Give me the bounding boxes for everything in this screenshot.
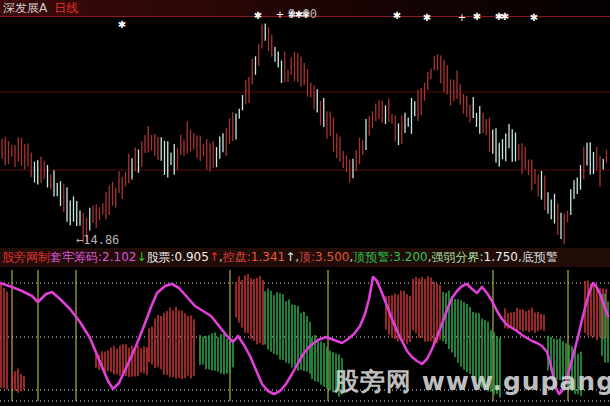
readout-segment: ↓ — [136, 248, 146, 267]
readout-segment: 股票: — [146, 248, 174, 267]
sell-marker-icon: ✱ — [423, 13, 431, 23]
readout-segment: 强弱分界: — [432, 248, 484, 267]
readout-segment: 1.341 — [251, 248, 285, 267]
price-and-indicator-chart[interactable] — [0, 0, 610, 406]
sell-marker-icon: ✱ — [501, 12, 509, 22]
sell-marker-icon: + — [276, 10, 284, 20]
sell-marker-icon: + — [458, 13, 466, 23]
low-annotation: ←14.86 — [76, 234, 119, 246]
readout-segment: 顶预警: — [353, 248, 393, 267]
sell-marker-icon: ✱ — [473, 12, 481, 22]
readout-segment: ↑ — [285, 248, 295, 267]
readout-segment: 控盘: — [223, 248, 251, 267]
readout-segment: 底预警 — [522, 248, 558, 267]
readout-segment: 3.200 — [393, 248, 427, 267]
readout-segment: ↑ — [209, 248, 219, 267]
sell-marker-icon: ✱ — [393, 11, 401, 21]
readout-segment: 套牢筹码: — [50, 248, 102, 267]
sell-marker-icon: ✱ — [530, 13, 538, 23]
readout-segment: 2.102 — [102, 248, 136, 267]
readout-segment: 3.500 — [315, 248, 349, 267]
readout-segment: 1.750 — [484, 248, 518, 267]
readout-segment: 顶: — [299, 248, 315, 267]
indicator-readout-bar: 股旁网制 套牢筹码: 2.102↓ 股票: 0.905↑, 控盘: 1.341↑… — [0, 248, 610, 267]
candles-layer — [2, 24, 607, 244]
readout-segment: 股旁网制 — [2, 248, 50, 267]
readout-segment: 0.905 — [175, 248, 209, 267]
stock-app-window: 深发展A 日线 ✱✱+✱✱✱✱✱+✱✱✱✱ 9.00 ←14.86 股旁网制 套… — [0, 0, 610, 406]
watermark: 股旁网 www.gupang.com — [334, 365, 610, 398]
sell-marker-icon: ✱ — [254, 11, 262, 21]
sell-marker-icon: ✱ — [118, 20, 126, 30]
high-annotation: 9.00 — [288, 8, 317, 20]
